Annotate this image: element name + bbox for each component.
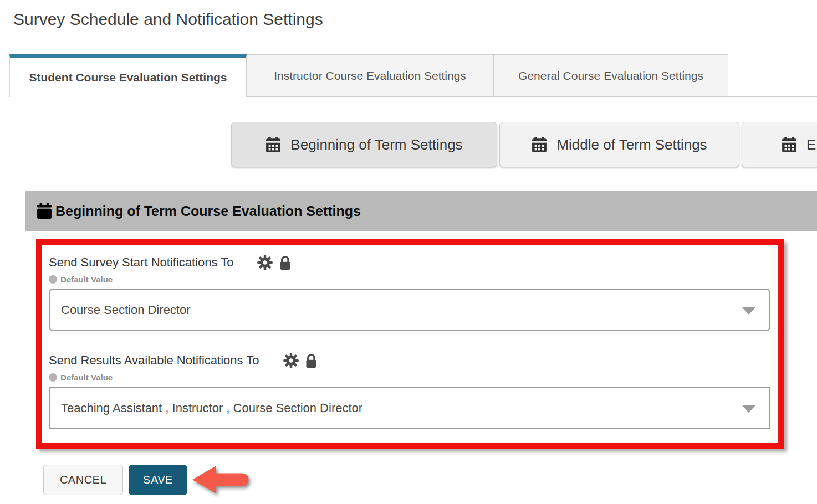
lock-icon[interactable] [278, 255, 293, 270]
page-root: Survey Schedule and Notification Setting… [0, 10, 817, 504]
section-header: Beginning of Term Course Evaluation Sett… [25, 191, 817, 231]
field-send-results-available-notifications: Send Results Available Notifications To … [49, 352, 770, 429]
annotation-highlight-box: Send Survey Start Notifications To Defau… [36, 239, 784, 449]
save-button[interactable]: SAVE [129, 465, 187, 495]
default-value-indicator: Default Value [49, 373, 770, 382]
tab-label: Instructor Course Evaluation Settings [274, 69, 466, 83]
end-of-term-settings-button[interactable]: End of Term Settings [742, 122, 817, 167]
evaluation-settings-tabbar: Student Course Evaluation Settings Instr… [9, 54, 817, 97]
chevron-down-icon [742, 405, 756, 413]
tabbar-filler [728, 54, 817, 97]
gear-icon[interactable] [283, 352, 299, 369]
arrow-left-icon [191, 464, 253, 496]
section-header-title: Beginning of Term Course Evaluation Sett… [55, 203, 361, 219]
field-label: Send Survey Start Notifications To [49, 255, 233, 270]
term-button-label: Beginning of Term Settings [290, 136, 462, 153]
results-available-notifications-select[interactable]: Teaching Assistant , Instructor , Course… [49, 387, 770, 429]
default-value-label: Default Value [60, 373, 113, 382]
beginning-of-term-settings-button[interactable]: Beginning of Term Settings [231, 122, 497, 167]
field-label: Send Results Available Notifications To [49, 353, 259, 368]
calendar-icon [782, 137, 797, 152]
calendar-icon [265, 137, 281, 152]
term-button-label: Middle of Term Settings [556, 136, 707, 153]
tab-label: General Course Evaluation Settings [518, 69, 703, 83]
calendar-icon [532, 137, 547, 152]
lock-icon[interactable] [304, 353, 319, 368]
settings-card: Send Survey Start Notifications To Defau… [25, 231, 817, 504]
field-send-survey-start-notifications: Send Survey Start Notifications To Defau… [49, 254, 770, 331]
middle-of-term-settings-button[interactable]: Middle of Term Settings [499, 122, 739, 167]
term-button-label: End of Term Settings [806, 136, 817, 153]
gear-icon[interactable] [257, 254, 273, 271]
page-title: Survey Schedule and Notification Setting… [13, 10, 817, 29]
tab-general-course-evaluation-settings[interactable]: General Course Evaluation Settings [493, 54, 728, 97]
form-actions: CANCEL SAVE [43, 464, 817, 496]
select-value: Course Section Director [61, 303, 191, 317]
cancel-button[interactable]: CANCEL [43, 465, 123, 495]
tab-student-course-evaluation-settings[interactable]: Student Course Evaluation Settings [9, 54, 247, 97]
default-value-dot-icon [49, 275, 57, 284]
tab-label: Student Course Evaluation Settings [29, 71, 227, 84]
calendar-icon [37, 203, 52, 219]
survey-start-notifications-select[interactable]: Course Section Director [49, 289, 770, 331]
tab-instructor-course-evaluation-settings[interactable]: Instructor Course Evaluation Settings [247, 54, 493, 97]
select-value: Teaching Assistant , Instructor , Course… [61, 401, 362, 415]
default-value-dot-icon [49, 373, 57, 382]
default-value-label: Default Value [60, 275, 113, 284]
chevron-down-icon [742, 307, 756, 315]
term-settings-button-group: Beginning of Term Settings Middle of Ter… [231, 122, 817, 167]
default-value-indicator: Default Value [49, 275, 770, 284]
